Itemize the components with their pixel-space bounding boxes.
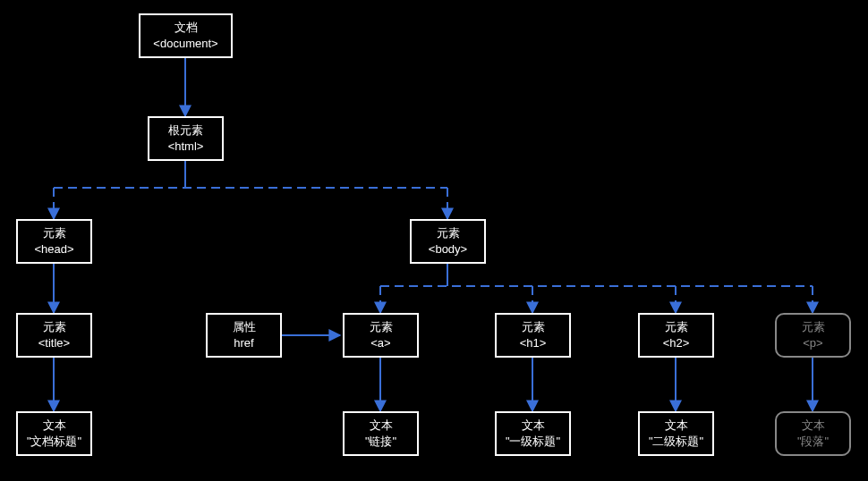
- node-tag: <head>: [23, 241, 85, 257]
- node-tag: "一级标题": [502, 434, 564, 450]
- node-label: 文本: [23, 418, 85, 434]
- node-html: 根元素 <html>: [148, 116, 224, 161]
- node-body: 元素 <body>: [410, 219, 486, 264]
- node-label: 文档: [146, 20, 226, 36]
- node-label: 文本: [502, 418, 564, 434]
- node-tag: <document>: [146, 36, 226, 52]
- node-label: 文本: [782, 418, 844, 434]
- node-label: 文本: [350, 418, 412, 434]
- node-tag: "二级标题": [645, 434, 707, 450]
- node-label: 元素: [417, 225, 479, 241]
- node-label: 元素: [782, 319, 844, 335]
- node-label: 文本: [645, 418, 707, 434]
- node-label: 元素: [350, 319, 412, 335]
- node-label: 根元素: [155, 122, 217, 139]
- node-a: 元素 <a>: [343, 313, 419, 358]
- node-tag: <body>: [417, 241, 479, 257]
- node-tag: <h1>: [502, 335, 564, 351]
- node-tag: <h2>: [645, 335, 707, 351]
- node-h1-text: 文本 "一级标题": [495, 411, 571, 456]
- node-tag: "文档标题": [23, 434, 85, 450]
- node-p-text: 文本 "段落": [775, 411, 851, 456]
- node-href: 属性 href: [206, 313, 282, 358]
- node-h2: 元素 <h2>: [638, 313, 714, 358]
- node-title: 元素 <title>: [16, 313, 92, 358]
- node-a-text: 文本 "链接": [343, 411, 419, 456]
- node-tag: <html>: [155, 139, 217, 155]
- node-h1: 元素 <h1>: [495, 313, 571, 358]
- node-label: 元素: [23, 319, 85, 335]
- node-label: 属性: [213, 319, 275, 335]
- node-tag: <p>: [782, 335, 844, 351]
- node-label: 元素: [23, 225, 85, 241]
- node-document: 文档 <document>: [139, 13, 233, 58]
- node-h2-text: 文本 "二级标题": [638, 411, 714, 456]
- node-tag: "段落": [782, 434, 844, 450]
- node-tag: href: [213, 335, 275, 351]
- node-label: 元素: [502, 319, 564, 335]
- node-label: 元素: [645, 319, 707, 335]
- node-head: 元素 <head>: [16, 219, 92, 264]
- node-p: 元素 <p>: [775, 313, 851, 358]
- node-tag: "链接": [350, 434, 412, 450]
- node-title-text: 文本 "文档标题": [16, 411, 92, 456]
- node-tag: <title>: [23, 335, 85, 351]
- node-tag: <a>: [350, 335, 412, 351]
